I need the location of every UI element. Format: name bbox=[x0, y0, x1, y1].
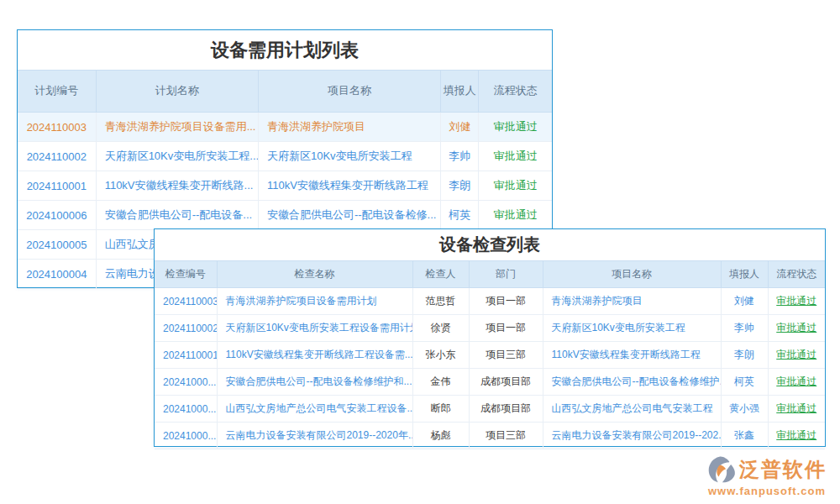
table-row[interactable]: 2024110003青海洪湖养护院项目设备需用...青海洪湖养护院项目刘健审批通… bbox=[18, 113, 552, 142]
brand-name: 泛普软件 bbox=[739, 459, 827, 480]
fanpu-logo-icon bbox=[707, 455, 736, 484]
inspection-table-header-row: 检查编号检查名称检查人部门项目名称填报人流程状态 bbox=[155, 261, 825, 288]
column-header: 计划编号 bbox=[18, 71, 96, 113]
plan-id-cell[interactable]: 2024110002 bbox=[18, 142, 96, 171]
project-name-cell[interactable]: 青海洪湖养护院项目 bbox=[258, 113, 440, 142]
column-header: 检查编号 bbox=[155, 261, 217, 288]
department-cell: 项目三部 bbox=[469, 423, 543, 449]
plan-name-cell[interactable]: 天府新区10Kv变电所安装工程... bbox=[96, 142, 258, 171]
table-row[interactable]: 2024110001110kV安徽线程集变开断线路工程设备需...张小东项目三部… bbox=[155, 342, 825, 369]
plan-table-header-row: 计划编号计划名称项目名称填报人流程状态 bbox=[18, 71, 552, 113]
project-name-cell[interactable]: 山西弘文房地产总公司电气安装工程 bbox=[543, 396, 721, 423]
inspector-cell: 张小东 bbox=[412, 342, 469, 369]
column-header: 项目名称 bbox=[543, 261, 721, 288]
status-cell[interactable]: 审批通过 bbox=[768, 342, 825, 369]
inspector-cell: 杨彪 bbox=[412, 423, 469, 449]
inspection-id-cell[interactable]: 2024110001 bbox=[155, 342, 217, 369]
status-cell[interactable]: 审批通过 bbox=[768, 369, 825, 396]
department-cell: 成都项目部 bbox=[469, 396, 543, 423]
inspection-id-cell[interactable]: 20241000... bbox=[155, 396, 217, 423]
inspection-id-cell[interactable]: 20241000... bbox=[155, 423, 217, 449]
brand-url-link[interactable]: www.fanpusoft.com bbox=[708, 486, 826, 497]
project-name-cell[interactable]: 110kV安徽线程集变开断线路工程 bbox=[258, 171, 440, 201]
plan-name-cell[interactable]: 110kV安徽线程集变开断线路... bbox=[96, 171, 258, 201]
inspection-name-cell[interactable]: 天府新区10Kv变电所安装工程设备需用计划 bbox=[217, 315, 412, 342]
inspector-cell: 金伟 bbox=[412, 369, 469, 396]
plan-id-cell[interactable]: 2024100006 bbox=[18, 201, 96, 230]
project-name-cell[interactable]: 110kV安徽线程集变开断线路工程 bbox=[543, 342, 721, 369]
project-name-cell[interactable]: 青海洪湖养护院项目 bbox=[543, 288, 721, 315]
status-cell[interactable]: 审批通过 bbox=[768, 315, 825, 342]
reporter-cell[interactable]: 柯英 bbox=[441, 201, 479, 230]
table-row[interactable]: 20241000...山西弘文房地产总公司电气安装工程设备...断郎成都项目部山… bbox=[155, 396, 825, 423]
inspection-name-cell[interactable]: 青海洪湖养护院项目设备需用计划 bbox=[217, 288, 412, 315]
project-name-cell[interactable]: 云南电力设备安装有限公司2019--202... bbox=[543, 423, 721, 449]
reporter-cell[interactable]: 黄小强 bbox=[721, 396, 768, 423]
column-header: 流程状态 bbox=[768, 261, 825, 288]
inspection-list-title: 设备检查列表 bbox=[155, 229, 825, 260]
status-cell: 审批通过 bbox=[479, 171, 552, 201]
table-row[interactable]: 2024110002天府新区10Kv变电所安装工程...天府新区10Kv变电所安… bbox=[18, 142, 552, 171]
column-header: 流程状态 bbox=[479, 71, 552, 113]
reporter-cell[interactable]: 李帅 bbox=[721, 315, 768, 342]
column-header: 检查人 bbox=[412, 261, 469, 288]
inspection-id-cell[interactable]: 20241000... bbox=[155, 369, 217, 396]
inspection-name-cell[interactable]: 山西弘文房地产总公司电气安装工程设备... bbox=[217, 396, 412, 423]
inspection-name-cell[interactable]: 云南电力设备安装有限公司2019--2020年... bbox=[217, 423, 412, 449]
column-header: 填报人 bbox=[721, 261, 768, 288]
reporter-cell[interactable]: 刘健 bbox=[721, 288, 768, 315]
column-header: 检查名称 bbox=[217, 261, 412, 288]
inspector-cell: 断郎 bbox=[412, 396, 469, 423]
inspection-id-cell[interactable]: 2024110002 bbox=[155, 315, 217, 342]
status-cell: 审批通过 bbox=[479, 201, 552, 230]
reporter-cell[interactable]: 刘健 bbox=[441, 113, 479, 142]
plan-id-cell[interactable]: 2024100005 bbox=[18, 230, 96, 260]
project-name-cell[interactable]: 天府新区10Kv变电所安装工程 bbox=[258, 142, 440, 171]
project-name-cell[interactable]: 天府新区10Kv变电所安装工程 bbox=[543, 315, 721, 342]
table-row[interactable]: 20241000...云南电力设备安装有限公司2019--2020年...杨彪项… bbox=[155, 423, 825, 449]
inspection-name-cell[interactable]: 110kV安徽线程集变开断线路工程设备需... bbox=[217, 342, 412, 369]
status-cell[interactable]: 审批通过 bbox=[768, 423, 825, 449]
reporter-cell[interactable]: 李朗 bbox=[721, 342, 768, 369]
inspection-table: 检查编号检查名称检查人部门项目名称填报人流程状态 2024110003青海洪湖养… bbox=[155, 260, 825, 449]
plan-name-cell[interactable]: 青海洪湖养护院项目设备需用... bbox=[96, 113, 258, 142]
plan-id-cell[interactable]: 2024110001 bbox=[18, 171, 96, 201]
project-name-cell[interactable]: 安徽合肥供电公司--配电设备检修... bbox=[258, 201, 440, 230]
inspector-cell: 徐贤 bbox=[412, 315, 469, 342]
plan-list-title: 设备需用计划列表 bbox=[18, 30, 552, 70]
reporter-cell[interactable]: 李朗 bbox=[441, 171, 479, 201]
column-header: 填报人 bbox=[441, 71, 479, 113]
plan-id-cell[interactable]: 2024100004 bbox=[18, 260, 96, 289]
reporter-cell[interactable]: 柯英 bbox=[721, 369, 768, 396]
status-cell[interactable]: 审批通过 bbox=[768, 288, 825, 315]
plan-name-cell[interactable]: 安徽合肥供电公司--配电设备... bbox=[96, 201, 258, 230]
status-cell: 审批通过 bbox=[479, 142, 552, 171]
column-header: 部门 bbox=[469, 261, 543, 288]
department-cell: 项目一部 bbox=[469, 288, 543, 315]
status-cell[interactable]: 审批通过 bbox=[768, 396, 825, 423]
brand-footer: 泛普软件 www.fanpusoft.com bbox=[707, 455, 827, 497]
column-header: 项目名称 bbox=[258, 71, 440, 113]
inspector-cell: 范思哲 bbox=[412, 288, 469, 315]
table-row[interactable]: 2024110002天府新区10Kv变电所安装工程设备需用计划徐贤项目一部天府新… bbox=[155, 315, 825, 342]
reporter-cell[interactable]: 张鑫 bbox=[721, 423, 768, 449]
status-cell: 审批通过 bbox=[479, 113, 552, 142]
inspection-name-cell[interactable]: 安徽合肥供电公司--配电设备检修维护和... bbox=[217, 369, 412, 396]
column-header: 计划名称 bbox=[96, 71, 258, 113]
plan-id-cell[interactable]: 2024110003 bbox=[18, 113, 96, 142]
equipment-inspection-list-panel: 设备检查列表 检查编号检查名称检查人部门项目名称填报人流程状态 20241100… bbox=[154, 228, 826, 447]
table-row[interactable]: 2024100006安徽合肥供电公司--配电设备...安徽合肥供电公司--配电设… bbox=[18, 201, 552, 230]
reporter-cell[interactable]: 李帅 bbox=[441, 142, 479, 171]
department-cell: 项目一部 bbox=[469, 315, 543, 342]
table-row[interactable]: 2024110003青海洪湖养护院项目设备需用计划范思哲项目一部青海洪湖养护院项… bbox=[155, 288, 825, 315]
department-cell: 项目三部 bbox=[469, 342, 543, 369]
inspection-id-cell[interactable]: 2024110003 bbox=[155, 288, 217, 315]
table-row[interactable]: 2024110001110kV安徽线程集变开断线路...110kV安徽线程集变开… bbox=[18, 171, 552, 201]
department-cell: 成都项目部 bbox=[469, 369, 543, 396]
table-row[interactable]: 20241000...安徽合肥供电公司--配电设备检修维护和...金伟成都项目部… bbox=[155, 369, 825, 396]
project-name-cell[interactable]: 安徽合肥供电公司--配电设备检修维护... bbox=[543, 369, 721, 396]
